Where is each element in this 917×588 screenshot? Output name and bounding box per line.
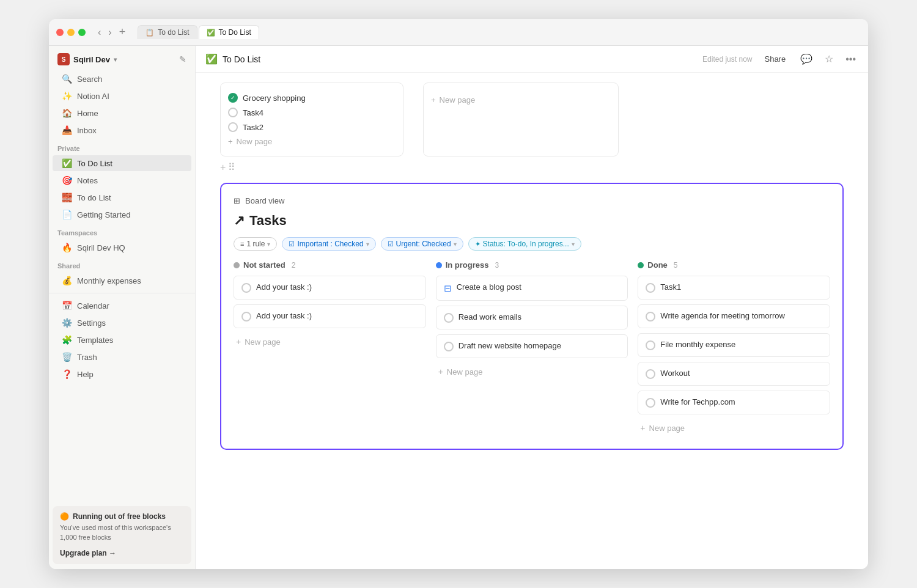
filter-important-icon: ☑ (289, 240, 295, 248)
col-new-page-in-progress[interactable]: + New page (436, 363, 628, 380)
task-card-homepage[interactable]: Draft new website homepage (436, 334, 628, 358)
sidebar-item-todo-list-2[interactable]: 🧱 To do List (53, 189, 191, 205)
sidebar-item-label-trash: Trash (77, 353, 97, 362)
board-title: ↗ Tasks (234, 213, 830, 229)
checkbox-task4[interactable] (228, 108, 238, 117)
maximize-button[interactable] (78, 29, 86, 36)
col-new-page-done[interactable]: + New page (638, 419, 830, 436)
column-header-in-progress: In progress 3 (436, 260, 628, 270)
task-card-add-2[interactable]: Add your task :) (234, 304, 426, 328)
sidebar-item-label-sqiril-hq: Sqiril Dev HQ (77, 243, 125, 252)
board-view-icon: ⊞ (234, 196, 240, 205)
back-button[interactable]: ‹ (95, 24, 103, 40)
teamspaces-section-label: Teamspaces (49, 223, 195, 239)
filter-urgent-label: Urgent: Checked (396, 240, 451, 248)
filter-rule[interactable]: ≡ 1 rule ▾ (234, 237, 277, 251)
notion-ai-icon: ✨ (61, 91, 72, 101)
task-card-expense[interactable]: File monthly expense (638, 333, 830, 357)
board-title-icon: ↗ (234, 213, 245, 229)
new-page-link-2[interactable]: + New page (431, 93, 611, 107)
tab-todo-list-2[interactable]: ✅ To Do List (199, 25, 259, 39)
upgrade-icon: 🟠 (60, 512, 69, 521)
task-label-emails: Read work emails (458, 312, 521, 322)
sidebar-item-notion-ai[interactable]: ✨ Notion AI (53, 88, 191, 104)
sidebar-item-notes[interactable]: 🎯 Notes (53, 172, 191, 188)
page-title: To Do List (223, 54, 260, 64)
sidebar-item-search[interactable]: 🔍 Search (53, 71, 191, 87)
help-icon: ❓ (61, 369, 72, 379)
sidebar-item-sqiril-hq[interactable]: 🔥 Sqiril Dev HQ (53, 240, 191, 255)
task-card-blog-post[interactable]: ⊟ Create a blog post (436, 276, 628, 301)
edited-timestamp: Edited just now (702, 55, 752, 64)
monthly-expenses-icon: 💰 (61, 276, 72, 285)
task-card-agenda[interactable]: Write agenda for meeting tomorrow (638, 304, 830, 328)
plus-handle-icon: + (220, 162, 226, 173)
column-header-done: Done 5 (638, 260, 830, 270)
new-tab-button[interactable]: + (117, 24, 128, 40)
app-window: ‹ › + 📋 To do List ✅ To Do List S Sqiril… (49, 19, 868, 569)
col-new-page-label-done: New page (649, 424, 685, 433)
task-card-techpp[interactable]: Write for Techpp.com (638, 391, 830, 414)
star-button[interactable]: ☆ (822, 51, 836, 67)
task-label-workout: Workout (660, 369, 690, 378)
checkbox-grocery[interactable]: ✓ (228, 93, 238, 103)
sidebar-item-monthly-expenses[interactable]: 💰 Monthly expenses (53, 273, 191, 288)
task-card-emails[interactable]: Read work emails (436, 306, 628, 329)
task-circle-homepage (444, 342, 454, 351)
comment-button[interactable]: 💬 (798, 51, 815, 67)
tab-label-1: To do List (158, 28, 189, 37)
col-new-page-not-started[interactable]: + New page (234, 333, 426, 350)
task-label-add-1: Add your task :) (256, 282, 312, 292)
sidebar-item-getting-started[interactable]: 📄 Getting Started (53, 207, 191, 222)
task-card-workout[interactable]: Workout (638, 362, 830, 386)
sidebar-item-home[interactable]: 🏠 Home (53, 105, 191, 121)
getting-started-icon: 📄 (61, 210, 72, 219)
search-icon: 🔍 (61, 74, 72, 84)
card-item-label-task4: Task4 (243, 108, 263, 117)
sidebar-item-settings[interactable]: ⚙️ Settings (53, 315, 191, 331)
add-icon-in-progress: + (438, 367, 443, 377)
workspace-name[interactable]: S Sqiril Dev ▾ (57, 53, 117, 65)
sidebar-item-templates[interactable]: 🧩 Templates (53, 332, 191, 348)
filter-rule-chevron: ▾ (267, 241, 270, 248)
task-card-list-1: ✓ Grocery shopping Task4 Task2 + (220, 83, 403, 156)
filter-status[interactable]: ✦ Status: To-do, In progres... ▾ (468, 237, 581, 251)
column-done: Done 5 Task1 Write agenda for meeting to… (638, 260, 830, 436)
column-not-started: Not started 2 Add your task :) Add your … (234, 260, 426, 436)
task-card-add-1[interactable]: Add your task :) (234, 276, 426, 300)
checkbox-task2[interactable] (228, 122, 238, 132)
close-button[interactable] (56, 29, 64, 36)
filter-urgent[interactable]: ☑ Urgent: Checked ▾ (381, 237, 463, 251)
col-label-done: Done (647, 260, 668, 270)
sidebar-item-inbox[interactable]: 📥 Inbox (53, 122, 191, 138)
new-page-link-1[interactable]: + New page (228, 134, 396, 149)
card-item-label-task2: Task2 (243, 123, 263, 132)
tab-todo-list-1[interactable]: 📋 To do List (138, 25, 197, 39)
sidebar-item-help[interactable]: ❓ Help (53, 366, 191, 382)
col-count-not-started: 2 (292, 261, 296, 270)
plus-icon-2: + (431, 95, 436, 105)
sidebar-divider (49, 293, 195, 293)
minimize-button[interactable] (67, 29, 75, 36)
add-icon-not-started: + (236, 337, 241, 347)
more-button[interactable]: ••• (843, 51, 858, 67)
task-card-task1[interactable]: Task1 (638, 276, 830, 300)
column-header-not-started: Not started 2 (234, 260, 426, 270)
share-button[interactable]: Share (759, 52, 790, 66)
forward-button[interactable]: › (106, 24, 114, 40)
sidebar-item-todo-list[interactable]: ✅ To Do List (53, 155, 191, 171)
board-header: ⊞ Board view (234, 196, 830, 205)
filter-important[interactable]: ☑ Important : Checked ▾ (282, 237, 375, 251)
upgrade-link[interactable]: Upgrade plan → (60, 549, 116, 557)
sidebar-item-calendar[interactable]: 📅 Calendar (53, 298, 191, 314)
sidebar-item-label-notion-ai: Notion AI (77, 92, 109, 101)
task-circle-techpp (646, 398, 655, 408)
edit-icon[interactable]: ✎ (179, 54, 186, 64)
sidebar-item-label-todo2: To do List (77, 193, 111, 202)
content-area: ✅ To Do List Edited just now Share 💬 ☆ •… (196, 46, 868, 569)
card-item-grocery: ✓ Grocery shopping (228, 90, 396, 105)
trash-icon: 🗑️ (61, 352, 72, 362)
workspace-avatar: S (57, 53, 70, 65)
todo-list-2-icon: 🧱 (61, 193, 72, 202)
sidebar-item-trash[interactable]: 🗑️ Trash (53, 349, 191, 365)
